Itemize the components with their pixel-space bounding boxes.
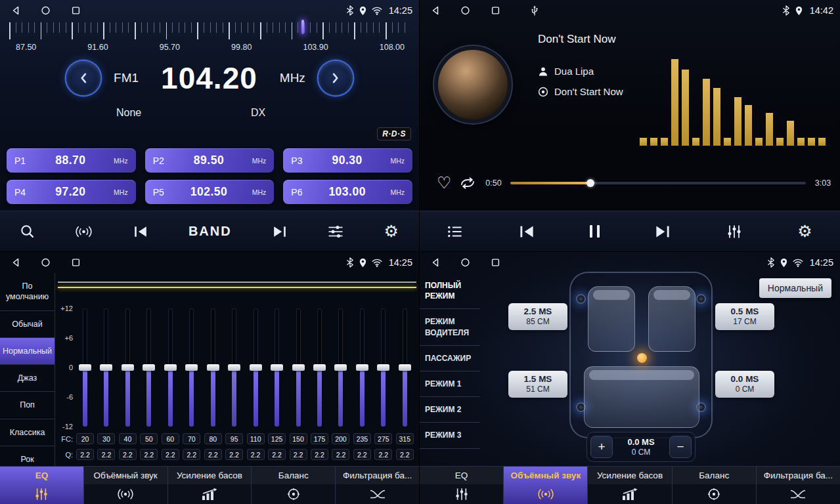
eq-band-slider-110[interactable]: [254, 308, 258, 427]
radio-preset-p3[interactable]: P390.30MHz: [283, 148, 412, 173]
stage-preset-button[interactable]: Нормальный: [759, 278, 831, 298]
delay-increase-button[interactable]: +: [590, 436, 613, 458]
fc-chip[interactable]: 40: [119, 433, 137, 444]
audio-tab-balance[interactable]: Баланс: [251, 467, 335, 504]
eq-slider-handle[interactable]: [185, 364, 198, 371]
nav-recents-icon[interactable]: [491, 5, 500, 16]
q-chip[interactable]: 2.2: [183, 449, 200, 460]
eq-preset-item-0[interactable]: По умолчанию: [0, 273, 55, 311]
q-chip[interactable]: 2.2: [268, 449, 286, 460]
eq-slider-handle[interactable]: [122, 364, 134, 371]
eq-slider-handle[interactable]: [79, 364, 91, 371]
delay-rear-left[interactable]: 1.5 MS 51 CM: [508, 371, 567, 398]
band-button[interactable]: BAND: [188, 224, 232, 239]
fc-chip[interactable]: 315: [396, 433, 414, 444]
eq-band-slider-125[interactable]: [275, 308, 279, 427]
audio-tab-filter[interactable]: Фильтрация ба...: [335, 467, 419, 504]
fc-chip[interactable]: 275: [374, 433, 392, 444]
settings-gear-icon[interactable]: ⚙: [797, 223, 812, 240]
delay-rear-right[interactable]: 0.0 MS 0 CM: [715, 371, 774, 398]
eq-slider-handle[interactable]: [100, 364, 112, 371]
radio-preset-p1[interactable]: P188.70MHz: [7, 148, 136, 173]
audio-tab-filter[interactable]: Фильтрация ба...: [756, 467, 840, 504]
repeat-icon[interactable]: [459, 177, 476, 189]
equalizer-mixer-icon[interactable]: [726, 224, 742, 239]
fc-chip[interactable]: 95: [225, 433, 243, 444]
next-station-icon[interactable]: [273, 225, 287, 238]
eq-band-slider-60[interactable]: [168, 308, 173, 427]
eq-band-slider-50[interactable]: [146, 308, 151, 427]
eq-band-slider-275[interactable]: [381, 308, 386, 427]
nav-back-icon[interactable]: [430, 5, 440, 16]
eq-slider-handle[interactable]: [356, 364, 368, 371]
audio-tab-balance[interactable]: Баланс: [672, 467, 756, 504]
nav-back-icon[interactable]: [11, 257, 20, 268]
stage-mode-item-3[interactable]: РЕЖИМ 1: [420, 371, 480, 397]
q-chip[interactable]: 2.2: [353, 449, 371, 460]
eq-slider-handle[interactable]: [271, 364, 283, 371]
eq-preset-item-1[interactable]: Обычай: [0, 311, 55, 338]
playlist-icon[interactable]: [447, 225, 463, 238]
album-art[interactable]: [434, 46, 512, 123]
nav-recents-icon[interactable]: [71, 257, 81, 268]
fc-chip[interactable]: 175: [311, 433, 328, 444]
q-chip[interactable]: 2.2: [332, 449, 349, 460]
fc-chip[interactable]: 70: [183, 433, 200, 444]
eq-band-slider-70[interactable]: [189, 308, 194, 427]
eq-preset-item-5[interactable]: Классика: [0, 419, 55, 446]
eq-band-slider-20[interactable]: [83, 308, 87, 427]
audio-tab-bass[interactable]: Усиление басов: [167, 467, 252, 504]
eq-slider-handle[interactable]: [207, 364, 219, 371]
nav-home-icon[interactable]: [460, 5, 470, 16]
previous-station-icon[interactable]: [133, 225, 148, 238]
q-chip[interactable]: 2.2: [76, 449, 94, 460]
radio-preset-p2[interactable]: P289.50MHz: [145, 148, 275, 173]
fc-chip[interactable]: 30: [97, 433, 115, 444]
eq-slider-handle[interactable]: [313, 364, 326, 371]
eq-band-slider-315[interactable]: [403, 308, 407, 427]
nav-recents-icon[interactable]: [71, 5, 81, 16]
q-chip[interactable]: 2.2: [162, 449, 179, 460]
eq-slider-handle[interactable]: [228, 364, 240, 371]
nav-back-icon[interactable]: [430, 257, 440, 268]
fc-chip[interactable]: 50: [140, 433, 158, 444]
eq-slider-handle[interactable]: [334, 364, 347, 371]
eq-slider-handle[interactable]: [399, 364, 411, 371]
eq-band-slider-150[interactable]: [296, 308, 301, 427]
progress-knob[interactable]: [586, 179, 594, 187]
broadcast-icon[interactable]: [75, 226, 93, 238]
eq-band-slider-235[interactable]: [360, 308, 365, 427]
tune-up-button[interactable]: [319, 61, 353, 95]
eq-band-slider-40[interactable]: [125, 308, 130, 427]
audio-tab-eq[interactable]: EQ: [0, 467, 83, 504]
q-chip[interactable]: 2.2: [204, 449, 222, 460]
delay-decrease-button[interactable]: −: [669, 436, 692, 458]
stage-mode-item-0[interactable]: ПОЛНЫЙ РЕЖИМ: [420, 273, 480, 309]
nav-home-icon[interactable]: [41, 257, 51, 268]
radio-preset-p5[interactable]: P5102.50MHz: [145, 180, 275, 204]
eq-slider-handle[interactable]: [377, 364, 389, 371]
eq-slider-handle[interactable]: [143, 364, 155, 371]
nav-home-icon[interactable]: [41, 5, 51, 16]
eq-band-slider-95[interactable]: [232, 308, 236, 427]
progress-bar[interactable]: [510, 182, 806, 184]
eq-band-slider-175[interactable]: [317, 308, 322, 427]
eq-slider-handle[interactable]: [292, 364, 305, 371]
favorite-heart-icon[interactable]: ♡: [437, 175, 451, 191]
radio-preset-p4[interactable]: P497.20MHz: [7, 180, 136, 204]
scan-icon[interactable]: [20, 224, 34, 238]
audio-settings-icon[interactable]: [328, 225, 343, 238]
eq-preset-item-4[interactable]: Поп: [0, 392, 55, 419]
q-chip[interactable]: 2.2: [119, 449, 137, 460]
fc-chip[interactable]: 150: [290, 433, 307, 444]
delay-front-left[interactable]: 2.5 MS 85 CM: [508, 303, 567, 330]
q-chip[interactable]: 2.2: [396, 449, 414, 460]
eq-band-slider-30[interactable]: [104, 308, 108, 427]
fc-chip[interactable]: 200: [332, 433, 349, 444]
listening-position-dot[interactable]: [637, 353, 647, 363]
eq-preset-item-3[interactable]: Джаз: [0, 365, 55, 392]
radio-preset-p6[interactable]: P6103.00MHz: [283, 180, 412, 204]
stage-mode-item-2[interactable]: ПАССАЖИР: [420, 346, 480, 371]
fc-chip[interactable]: 80: [204, 433, 222, 444]
stage-mode-item-4[interactable]: РЕЖИМ 2: [420, 397, 480, 423]
